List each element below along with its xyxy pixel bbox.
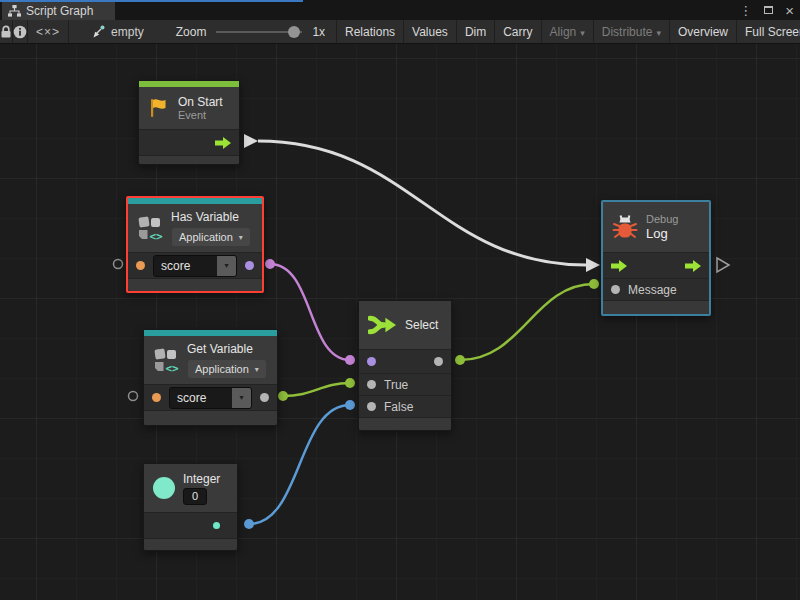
integer-circle-icon	[153, 477, 175, 499]
variables-icon: <>	[137, 215, 163, 241]
window-controls: ⋮ ×	[739, 0, 794, 20]
scope-value: Application	[179, 231, 233, 243]
tool-status-label: empty	[111, 25, 144, 39]
flow-output-port[interactable]	[685, 260, 701, 272]
variables-icon: <>	[153, 347, 179, 373]
chevron-down-icon[interactable]: ▾	[217, 256, 236, 276]
node-title: On Start	[178, 95, 223, 109]
values-button[interactable]: Values	[404, 20, 457, 43]
overview-button[interactable]: Overview	[670, 20, 737, 43]
chevron-down-icon[interactable]: ▾	[232, 388, 251, 408]
chevron-down-icon: ▾	[580, 28, 585, 38]
node-title: Get Variable	[187, 342, 267, 356]
node-footer	[139, 155, 239, 164]
variable-name-value[interactable]: score	[154, 256, 217, 276]
chevron-down-icon: ▾	[255, 365, 259, 374]
variable-name-combo[interactable]: score ▾	[153, 255, 237, 277]
graph-canvas[interactable]: On Start Event <>	[0, 44, 800, 600]
wire-hasvariable-to-select[interactable]	[265, 259, 355, 365]
flow-output-port[interactable]	[215, 137, 231, 149]
variable-scope-dropdown[interactable]: Application ▾	[187, 359, 267, 379]
variable-name-value[interactable]: score	[170, 388, 232, 408]
node-select[interactable]: Select True False	[358, 300, 452, 431]
select-merge-icon	[368, 314, 397, 336]
fullscreen-button[interactable]: Full Screen	[737, 20, 800, 43]
node-category: Debug	[646, 213, 678, 226]
name-input-port[interactable]	[136, 261, 145, 270]
edit-graph-button[interactable]: <×>	[28, 20, 69, 43]
false-port-label: False	[384, 400, 413, 414]
flow-input-port[interactable]	[611, 260, 627, 272]
true-port-label: True	[384, 378, 408, 392]
unconnected-input-indicator	[129, 392, 138, 401]
tab-bar: Script Graph ⋮ ×	[0, 0, 800, 20]
info-icon	[13, 25, 27, 39]
node-footer	[359, 417, 451, 430]
scope-value: Application	[195, 363, 249, 375]
code-icon: <×>	[36, 25, 60, 39]
message-port-label: Message	[628, 283, 677, 297]
distribute-label: Distribute	[602, 25, 653, 39]
integer-value-field[interactable]: 0	[183, 488, 207, 505]
message-input-port[interactable]	[611, 285, 620, 294]
chevron-down-icon: ▾	[239, 233, 243, 242]
node-integer[interactable]: Integer 0	[143, 463, 238, 551]
close-button[interactable]: ×	[785, 3, 794, 18]
condition-input-port[interactable]	[367, 357, 376, 366]
node-title: Has Variable	[171, 210, 251, 224]
carry-button[interactable]: Carry	[495, 20, 541, 43]
zoom-slider[interactable]	[216, 31, 302, 33]
node-footer	[144, 410, 277, 425]
zoom-slider-handle[interactable]	[288, 26, 300, 38]
value-output-port[interactable]	[260, 393, 269, 402]
align-dropdown[interactable]: Align ▾	[542, 20, 594, 43]
maximize-button[interactable]	[764, 6, 773, 14]
node-title: Log	[646, 226, 678, 242]
panel-menu-button[interactable]: ⋮	[739, 4, 752, 17]
variable-scope-dropdown[interactable]: Application ▾	[171, 227, 251, 247]
zoom-value: 1x	[312, 25, 325, 39]
node-get-variable[interactable]: <> Get Variable Application ▾ score ▾	[143, 329, 278, 426]
script-graph-window: Script Graph ⋮ × <×>	[0, 0, 800, 600]
chevron-down-icon: ▾	[656, 28, 661, 38]
variable-name-combo[interactable]: score ▾	[169, 387, 252, 409]
wire-onstart-to-log[interactable]	[244, 134, 600, 272]
result-output-port[interactable]	[245, 261, 254, 270]
lock-icon	[0, 25, 12, 39]
true-input-port[interactable]	[367, 380, 376, 389]
flag-icon	[148, 97, 170, 119]
node-on-start[interactable]: On Start Event	[138, 80, 240, 165]
node-footer	[144, 538, 237, 550]
wire-select-to-log-message[interactable]	[455, 279, 599, 365]
node-title: Integer	[183, 472, 220, 486]
svg-text:<>: <>	[150, 230, 164, 241]
distribute-dropdown[interactable]: Distribute ▾	[594, 20, 670, 43]
svg-text:<>: <>	[166, 362, 180, 373]
tab-title: Script Graph	[26, 4, 93, 18]
unconnected-input-indicator	[114, 260, 123, 269]
connect-cursor-icon	[91, 25, 105, 39]
false-input-port[interactable]	[367, 402, 376, 411]
graph-hierarchy-icon	[8, 5, 21, 17]
node-debug-log[interactable]: Debug Log Message	[601, 200, 711, 316]
node-title: Select	[405, 318, 438, 332]
lock-button[interactable]	[0, 20, 13, 43]
value-output-port[interactable]	[213, 522, 220, 529]
node-footer	[128, 278, 262, 291]
dim-button[interactable]: Dim	[457, 20, 495, 43]
toolbar-middle: empty Zoom 1x	[69, 20, 337, 43]
name-input-port[interactable]	[152, 393, 161, 402]
graph-toolbar: <×> empty Zoom 1x Relations Values Dim C…	[0, 20, 800, 44]
relations-button[interactable]: Relations	[337, 20, 404, 43]
node-footer	[603, 300, 709, 314]
debug-bug-icon	[612, 215, 638, 240]
wire-getvariable-to-select-true[interactable]	[278, 378, 355, 401]
node-subtitle: Event	[178, 109, 223, 122]
inspect-button[interactable]	[13, 20, 28, 43]
zoom-label: Zoom	[176, 25, 207, 39]
tab-script-graph[interactable]: Script Graph	[2, 2, 115, 20]
node-has-variable[interactable]: <> Has Variable Application ▾ score ▾	[126, 196, 264, 293]
unconnected-output-indicator	[717, 258, 729, 272]
selection-output-port[interactable]	[434, 357, 443, 366]
align-label: Align	[550, 25, 577, 39]
